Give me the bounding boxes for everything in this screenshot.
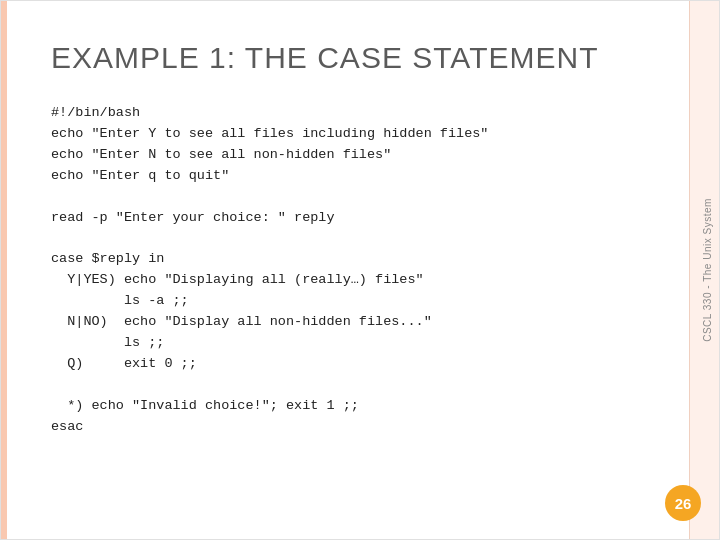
right-sidebar: CSCL 330 - The Unix System [689,1,719,539]
page-number-badge: 26 [665,485,701,521]
slide-title: EXAMPLE 1: THE CASE STATEMENT [51,41,669,75]
page-number: 26 [675,495,692,512]
slide: CSCL 330 - The Unix System EXAMPLE 1: TH… [0,0,720,540]
left-border-decoration [1,1,7,539]
sidebar-label: CSCL 330 - The Unix System [702,198,713,342]
code-block: #!/bin/bash echo "Enter Y to see all fil… [51,103,669,438]
